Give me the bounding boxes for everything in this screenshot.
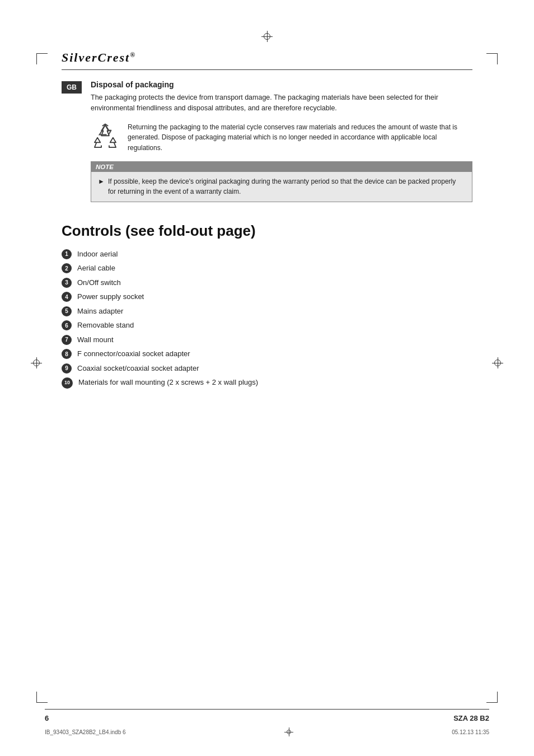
list-item: 5Mains adapter	[62, 306, 472, 317]
item-number: 9	[62, 363, 72, 374]
print-info-left: IB_93403_SZA28B2_LB4.indb 6	[45, 729, 126, 735]
corner-tick	[486, 53, 498, 54]
corner-tick	[36, 692, 37, 703]
registration-mark-right	[492, 357, 503, 368]
page-number: 6	[45, 714, 49, 722]
recycle-block: Returning the packaging to the material …	[91, 122, 472, 153]
disposal-section: GB Disposal of packaging The packaging p…	[62, 80, 472, 207]
list-item: 2Aerial cable	[62, 263, 472, 274]
corner-tick	[497, 53, 498, 64]
note-bullet: ► If possible, keep the device's origina…	[98, 176, 465, 197]
controls-section: Controls (see fold-out page) 1Indoor aer…	[62, 222, 472, 389]
corner-tick	[36, 53, 48, 54]
item-number: 10	[62, 377, 73, 389]
item-text: Wall mount	[77, 334, 114, 346]
brand-logo: SilverCrest®	[62, 50, 136, 64]
controls-title: Controls (see fold-out page)	[62, 222, 472, 240]
item-text: Removable stand	[77, 320, 134, 331]
item-number: 7	[62, 335, 72, 345]
item-number: 8	[62, 349, 72, 359]
item-number: 2	[62, 263, 72, 273]
footer: 6 SZA 28 B2	[45, 709, 489, 722]
page: SilverCrest® GB Disposal of packaging Th…	[0, 0, 534, 756]
item-text: Power supply socket	[77, 291, 144, 302]
list-item: 3On/Off switch	[62, 277, 472, 288]
list-item: 4Power supply socket	[62, 291, 472, 302]
registration-mark-top	[261, 31, 273, 42]
bullet-arrow: ►	[98, 176, 105, 187]
item-text: Mains adapter	[77, 306, 123, 317]
product-code: SZA 28 B2	[453, 714, 489, 722]
list-item: 7Wall mount	[62, 334, 472, 346]
disposal-title: Disposal of packaging	[91, 80, 472, 89]
list-item: 6Removable stand	[62, 320, 472, 331]
recycle-icon	[91, 122, 120, 151]
corner-tick	[36, 53, 37, 64]
item-number: 1	[62, 249, 72, 259]
corner-tick	[497, 692, 498, 703]
item-number: 6	[62, 320, 72, 330]
language-badge: GB	[62, 81, 82, 94]
recycle-text: Returning the packaging to the material …	[128, 122, 472, 153]
note-body: ► If possible, keep the device's origina…	[91, 172, 472, 202]
list-item: 9Coaxial socket/coaxial socket adapter	[62, 363, 472, 374]
disposal-content: Disposal of packaging The packaging prot…	[91, 80, 472, 207]
print-info-right: 05.12.13 11:35	[452, 729, 489, 735]
disposal-body: The packaging protects the device from t…	[91, 92, 472, 114]
corner-tick	[36, 702, 48, 703]
note-header: NOTE	[91, 162, 472, 172]
item-number: 5	[62, 306, 72, 316]
item-text: F connector/coaxial socket adapter	[77, 348, 190, 360]
item-text: Aerial cable	[77, 263, 115, 274]
item-text: Materials for wall mounting (2 x screws …	[78, 377, 258, 388]
item-text: Indoor aerial	[77, 249, 118, 260]
note-text: If possible, keep the device's original …	[108, 176, 465, 197]
corner-tick	[486, 702, 498, 703]
print-info: IB_93403_SZA28B2_LB4.indb 6 05.12.13 11:…	[45, 727, 489, 736]
controls-list: 1Indoor aerial2Aerial cable3On/Off switc…	[62, 249, 472, 389]
item-text: On/Off switch	[77, 277, 121, 288]
content-area: SilverCrest® GB Disposal of packaging Th…	[62, 50, 472, 389]
note-box: NOTE ► If possible, keep the device's or…	[91, 161, 472, 202]
list-item: 10Materials for wall mounting (2 x screw…	[62, 377, 472, 389]
registration-mark-left	[31, 357, 42, 368]
item-number: 4	[62, 292, 72, 302]
logo-section: SilverCrest®	[62, 50, 472, 70]
list-item: 1Indoor aerial	[62, 249, 472, 260]
item-number: 3	[62, 278, 72, 288]
bottom-registration-mark	[284, 727, 293, 736]
item-text: Coaxial socket/coaxial socket adapter	[77, 363, 199, 374]
list-item: 8F connector/coaxial socket adapter	[62, 348, 472, 360]
